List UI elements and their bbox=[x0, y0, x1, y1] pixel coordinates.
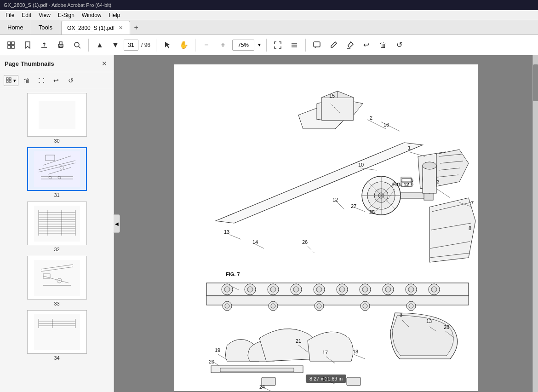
zoom-dropdown-arrow[interactable]: ▼ bbox=[256, 41, 263, 48]
svg-point-94 bbox=[339, 287, 345, 292]
label-18: 18 bbox=[353, 349, 358, 354]
separator-1 bbox=[88, 39, 89, 52]
zoom-out-button[interactable]: − bbox=[199, 38, 214, 52]
menu-view[interactable]: View bbox=[35, 11, 54, 19]
scrollbar-thumb[interactable] bbox=[533, 64, 538, 101]
pdf-viewer-area[interactable]: 15 2 16 1 5 6 2 7 10 FIG. 12 25 27 12 13… bbox=[114, 55, 538, 392]
svg-point-98 bbox=[385, 287, 391, 292]
page-thumbnail-30[interactable]: 30 bbox=[4, 93, 110, 144]
upload-button[interactable] bbox=[37, 38, 52, 52]
redo-markup-button[interactable]: ↺ bbox=[392, 38, 407, 52]
svg-rect-7 bbox=[59, 46, 62, 47]
separator-3 bbox=[195, 39, 195, 52]
svg-rect-1 bbox=[11, 42, 14, 45]
cursor-tool[interactable] bbox=[160, 38, 175, 52]
label-27: 27 bbox=[351, 203, 356, 209]
new-tab-button[interactable]: + bbox=[130, 21, 142, 35]
svg-rect-32 bbox=[34, 206, 80, 242]
bookmark-button[interactable] bbox=[20, 38, 35, 52]
label-16: 16 bbox=[383, 122, 389, 127]
sidebar-delete-button[interactable]: 🗑 bbox=[20, 74, 33, 87]
sidebar-undo-button[interactable]: ↩ bbox=[50, 74, 63, 87]
svg-point-112 bbox=[409, 304, 413, 308]
svg-rect-14 bbox=[314, 42, 320, 47]
label-2a: 2 bbox=[370, 115, 372, 121]
label-19a: 19 bbox=[215, 347, 220, 353]
svg-rect-114 bbox=[220, 368, 294, 372]
pen-button[interactable] bbox=[326, 38, 341, 52]
svg-point-90 bbox=[293, 287, 299, 292]
hand-tool[interactable]: ✋ bbox=[177, 38, 191, 52]
tab-home[interactable]: Home bbox=[0, 20, 31, 35]
page-thumbnail-32[interactable]: 32 bbox=[4, 202, 110, 252]
scroll-button[interactable] bbox=[287, 38, 302, 52]
thumbnail-size-dropdown[interactable]: ▾ bbox=[4, 75, 18, 86]
svg-marker-4 bbox=[25, 42, 30, 48]
right-scrollbar[interactable] bbox=[532, 55, 538, 392]
fit-page-button[interactable] bbox=[270, 38, 285, 52]
tab-close-button[interactable]: ✕ bbox=[117, 24, 124, 31]
page-number-input[interactable] bbox=[124, 40, 138, 51]
svg-point-104 bbox=[225, 304, 229, 308]
sidebar-collapse-button[interactable]: ◀ bbox=[114, 214, 120, 233]
label-15: 15 bbox=[329, 93, 335, 98]
tab-file[interactable]: GX_2800_S (1).pdf ✕ bbox=[61, 21, 130, 35]
highlight-button[interactable] bbox=[343, 38, 357, 52]
thumb-label-31: 31 bbox=[54, 192, 59, 198]
tab-tools[interactable]: Tools bbox=[31, 20, 60, 35]
menu-window[interactable]: Window bbox=[78, 11, 105, 19]
page-thumbnail-31[interactable]: 31 bbox=[4, 147, 110, 198]
label-26: 26 bbox=[302, 239, 308, 245]
page-thumbnail-34[interactable]: 34 bbox=[4, 310, 110, 361]
thumb-label-34: 34 bbox=[54, 355, 59, 361]
menu-edit[interactable]: Edit bbox=[18, 11, 35, 19]
label-1: 1 bbox=[408, 145, 411, 150]
delete-markup-button[interactable]: 🗑 bbox=[376, 38, 390, 52]
sidebar-tools: ▾ 🗑 ↩ ↺ bbox=[0, 72, 114, 89]
svg-rect-116 bbox=[347, 377, 361, 386]
svg-line-9 bbox=[79, 46, 80, 48]
menu-help[interactable]: Help bbox=[105, 11, 124, 19]
sidebar-fit-button[interactable] bbox=[35, 74, 48, 87]
label-17: 17 bbox=[322, 350, 328, 355]
label-fig7: FIG. 7 bbox=[226, 271, 240, 277]
svg-point-102 bbox=[431, 287, 437, 292]
sidebar-title: Page Thumbnails bbox=[5, 60, 54, 67]
sidebar-pages[interactable]: 30 bbox=[0, 89, 114, 392]
label-21: 21 bbox=[296, 338, 301, 344]
next-page-button[interactable]: ▼ bbox=[108, 38, 123, 52]
menu-esign[interactable]: E-Sign bbox=[54, 11, 78, 19]
thumb-label-33: 33 bbox=[54, 301, 59, 306]
sidebar-close-button[interactable]: ✕ bbox=[100, 59, 109, 68]
svg-point-96 bbox=[362, 287, 368, 292]
svg-point-100 bbox=[408, 287, 414, 292]
sidebar: Page Thumbnails ✕ ▾ 🗑 ↩ ↺ 30 bbox=[0, 55, 114, 392]
thumb-image-31 bbox=[27, 147, 87, 191]
svg-rect-82 bbox=[206, 296, 469, 305]
comment-button[interactable] bbox=[309, 38, 324, 52]
label-12: 12 bbox=[332, 197, 338, 202]
thumb-label-30: 30 bbox=[54, 138, 59, 144]
sidebar-redo-button[interactable]: ↺ bbox=[64, 74, 77, 87]
svg-point-106 bbox=[271, 304, 275, 308]
label-56b: 6 bbox=[411, 182, 413, 186]
label-10: 10 bbox=[358, 162, 364, 167]
svg-rect-18 bbox=[6, 81, 8, 82]
label-13a: 13 bbox=[224, 229, 229, 235]
separator-4 bbox=[266, 39, 267, 52]
svg-rect-118 bbox=[423, 166, 436, 193]
prev-page-button[interactable]: ▲ bbox=[92, 38, 107, 52]
create-button[interactable] bbox=[4, 38, 18, 52]
zoom-input[interactable] bbox=[232, 40, 254, 51]
svg-rect-20 bbox=[39, 101, 75, 129]
zoom-in-button[interactable]: + bbox=[216, 38, 230, 52]
search-button[interactable] bbox=[70, 38, 85, 52]
separator-5 bbox=[305, 39, 306, 52]
menu-file[interactable]: File bbox=[2, 11, 18, 19]
page-thumbnail-33[interactable]: 33 bbox=[4, 256, 110, 306]
print-button[interactable] bbox=[53, 38, 68, 52]
svg-rect-62 bbox=[321, 98, 354, 121]
svg-point-92 bbox=[316, 287, 322, 292]
undo-markup-button[interactable]: ↩ bbox=[359, 38, 374, 52]
label-24: 24 bbox=[259, 384, 265, 390]
